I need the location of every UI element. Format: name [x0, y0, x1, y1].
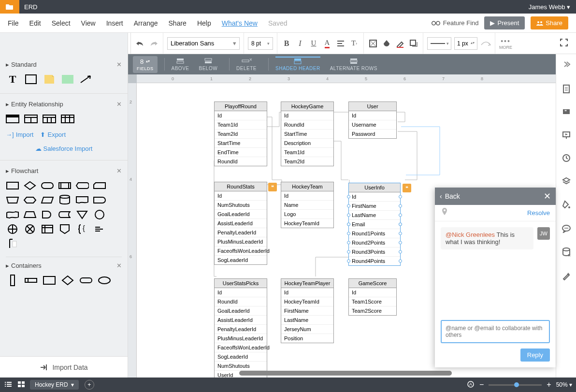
autozoom-icon[interactable]: A — [467, 380, 475, 390]
feature-find[interactable]: Feature Find — [432, 19, 479, 27]
insert-above[interactable]: ABOVE — [172, 58, 189, 71]
section-containers[interactable]: ▸ Containers✕ — [6, 257, 122, 272]
table-hockeygame[interactable]: HockeyGameIdRoundIdStartTimeDescriptionT… — [281, 102, 334, 166]
fc-card[interactable] — [93, 180, 106, 191]
chat-icon[interactable]: ••• — [562, 224, 571, 235]
fc-parallelogram[interactable] — [41, 195, 54, 205]
page-tab[interactable]: Hockey ERD ▾ — [30, 380, 79, 390]
fc-rect[interactable] — [6, 180, 19, 191]
font-select[interactable]: Liberation Sans▾ — [167, 37, 240, 50]
fc-cylinder[interactable] — [58, 195, 72, 205]
collapse-icon[interactable] — [562, 61, 571, 70]
fill-color-icon[interactable] — [381, 38, 392, 49]
reply-input[interactable] — [441, 320, 550, 343]
fc-diamond[interactable] — [23, 180, 37, 191]
table-userinfo[interactable]: UserInfo Id FirstName LastName Email Rou… — [348, 183, 401, 266]
table-playoffround[interactable]: PlayoffRoundIdTeam1IdTeam2IdStartTimeEnd… — [214, 102, 267, 166]
erd-shape-2[interactable] — [24, 114, 38, 124]
zoom-in[interactable]: + — [547, 380, 551, 389]
more-button[interactable]: ••• MORE — [499, 37, 512, 50]
table-hockeyteam[interactable]: HockeyTeamIdNameLogoHockeyTeamId — [281, 182, 334, 228]
insert-below[interactable]: BELOW — [199, 58, 217, 71]
fc-delay[interactable] — [93, 195, 106, 205]
fc-triangle[interactable] — [75, 209, 89, 220]
align-icon[interactable] — [335, 38, 346, 49]
text-color-icon[interactable]: A — [322, 38, 332, 49]
zoom-slider[interactable] — [489, 384, 542, 386]
menu-share[interactable]: Share — [169, 19, 187, 27]
salesforce-import-link[interactable]: ☁ Salesforce Import — [6, 145, 122, 152]
fc-document[interactable] — [75, 195, 89, 205]
pin-icon[interactable] — [441, 208, 448, 218]
table-gamescore[interactable]: GameScoreIdTeam1ScoreTeam2Score — [348, 278, 397, 316]
fc-sum[interactable] — [6, 224, 19, 234]
present-button[interactable]: ▶ Present — [484, 16, 525, 29]
close-icon[interactable]: ✕ — [116, 167, 122, 174]
fc-trapezoid[interactable] — [23, 209, 37, 220]
comment-marker-active[interactable]: ❝ — [403, 184, 411, 192]
user-menu[interactable]: James Webb ▾ — [529, 3, 570, 11]
cont-rect[interactable] — [43, 275, 56, 286]
line-style-select[interactable]: ▾ — [427, 37, 451, 50]
comment-marker[interactable]: ❝ — [268, 183, 277, 191]
magic-icon[interactable] — [562, 272, 571, 282]
fullscreen-icon[interactable] — [560, 38, 568, 49]
folder-icon[interactable] — [0, 0, 19, 14]
database-icon[interactable] — [562, 247, 571, 259]
table-userstatspicks[interactable]: UserStatsPicksIdRoundIdGoalLeaderIdAssis… — [214, 278, 267, 377]
menu-insert[interactable]: Insert — [106, 19, 123, 27]
zoom-level[interactable]: 50% ▾ — [556, 381, 572, 388]
size-select[interactable]: 8 pt▾ — [248, 37, 273, 50]
section-entity[interactable]: ▸ Entity Relationship✕ — [6, 98, 122, 111]
fc-annotation[interactable] — [93, 224, 106, 234]
line-arrow-icon[interactable] — [480, 38, 491, 49]
fc-terminator[interactable] — [41, 180, 54, 191]
fc-manual[interactable] — [6, 195, 19, 205]
border-color-icon[interactable] — [395, 38, 405, 49]
close-icon[interactable]: ✕ — [116, 262, 122, 269]
close-icon[interactable]: ✕ — [116, 61, 122, 68]
history-icon[interactable] — [562, 154, 571, 164]
back-button[interactable]: ‹ Back — [440, 192, 460, 200]
import-data-button[interactable]: Import Data — [0, 356, 128, 377]
grid-view-icon[interactable] — [17, 381, 25, 389]
section-flowchart[interactable]: ▸ Flowchart✕ — [6, 164, 122, 177]
cont-pill[interactable] — [79, 275, 93, 286]
cont-ellipse[interactable] — [98, 275, 111, 286]
cont-diamond[interactable] — [61, 275, 74, 286]
menu-file[interactable]: File — [8, 19, 19, 27]
table-roundstats[interactable]: RoundStatsIdNumShutoutsGoalLeaderIdAssis… — [214, 182, 267, 265]
layers-icon[interactable] — [562, 177, 571, 188]
fc-tape[interactable] — [6, 209, 19, 220]
fc-note[interactable] — [6, 238, 19, 249]
shadow-icon[interactable] — [408, 38, 419, 49]
alternate-rows[interactable]: ALTERNATE ROWS — [330, 58, 377, 71]
undo-icon[interactable] — [135, 38, 145, 49]
line-width-select[interactable]: 1 px▴▾ — [454, 37, 477, 50]
list-view-icon[interactable] — [4, 381, 13, 389]
zoom-out[interactable]: − — [479, 380, 484, 389]
bold-icon[interactable]: B — [281, 38, 292, 49]
underline-icon[interactable]: U — [308, 38, 319, 49]
arrow-shape[interactable] — [79, 74, 93, 85]
cont-hbar[interactable] — [24, 275, 38, 286]
erd-shape-1[interactable] — [6, 114, 19, 124]
export-link[interactable]: ⬆ Export — [40, 131, 66, 138]
menu-edit[interactable]: Edit — [29, 19, 41, 27]
share-button[interactable]: Share — [531, 16, 568, 29]
fc-storeddata[interactable] — [58, 209, 72, 220]
text-shape[interactable]: T — [6, 74, 19, 85]
comment-icon[interactable]: ❝ — [562, 108, 571, 118]
erd-shape-4[interactable] — [61, 114, 74, 124]
fields-count[interactable]: 8▴▾ FIELDS — [133, 56, 158, 73]
fc-process[interactable] — [58, 180, 72, 191]
note-shape[interactable] — [43, 74, 56, 85]
fc-display[interactable] — [75, 180, 89, 191]
fc-hexagon[interactable] — [23, 195, 37, 205]
rect-shape[interactable] — [24, 74, 38, 85]
delete-row[interactable]: ×DELETE — [236, 58, 257, 71]
fc-offpage[interactable] — [58, 224, 72, 234]
redo-icon[interactable] — [148, 38, 159, 49]
fc-circle[interactable] — [93, 209, 106, 220]
resolve-link[interactable]: Resolve — [527, 209, 550, 217]
